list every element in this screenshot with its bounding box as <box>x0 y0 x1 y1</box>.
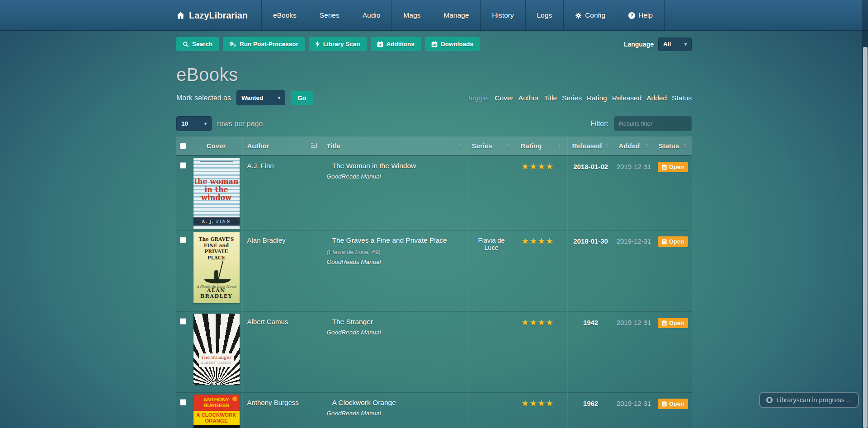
open-book-button[interactable]: Open <box>658 162 688 172</box>
scrollbar-thumb[interactable] <box>863 47 868 428</box>
book-cover[interactable]: ANTHONY BURGESS A CLOCKWORK ORANGE <box>193 395 240 428</box>
toggle-added[interactable]: Added <box>646 94 667 102</box>
gear-icon <box>575 12 582 19</box>
search-button[interactable]: Search <box>176 37 219 51</box>
scrollbar-track[interactable] <box>862 0 868 428</box>
book-cover[interactable]: The Stranger ALBERT CAMUS <box>193 314 240 385</box>
cover-decoration <box>200 161 233 162</box>
rows-per-page-select[interactable]: 10 ▾ <box>176 116 212 131</box>
sort-amount-icon <box>311 143 317 149</box>
star-filled-icon: ★ <box>546 162 554 171</box>
book-cover[interactable]: the woman in the window A. J. FINN <box>193 158 240 229</box>
star-filled-icon: ★ <box>521 318 529 327</box>
toggle-author[interactable]: Author <box>519 94 539 102</box>
col-header-title[interactable]: Title⇅ <box>322 136 467 155</box>
book-source: GoodReads Manual <box>327 329 462 336</box>
run-post-processor-button[interactable]: Run Post-Processor <box>223 37 305 51</box>
released-date: 1962 <box>567 393 614 428</box>
col-header-released[interactable]: Released⇅ <box>568 136 614 155</box>
star-empty-icon: ☆ <box>554 236 562 246</box>
added-date: 2019-12-31 <box>614 393 654 428</box>
nav-item-manage[interactable]: Manage <box>432 0 480 31</box>
table-header-row: Cover Author Title⇅ Series⇅ Rating⇅ Rele… <box>176 136 692 155</box>
col-header-status[interactable]: Status⇅ <box>654 136 692 155</box>
book-source: GoodReads Manual <box>327 410 462 417</box>
brand-home-link[interactable]: LazyLibrarian <box>176 0 248 31</box>
star-empty-icon: ☆ <box>554 399 562 408</box>
series-cell <box>467 393 516 428</box>
star-filled-icon: ★ <box>538 162 546 171</box>
book-title-link[interactable]: The Stranger <box>327 318 462 326</box>
col-header-cover[interactable]: Cover <box>190 136 242 155</box>
select-all-checkbox[interactable] <box>180 143 186 149</box>
nav-item-audio[interactable]: Audio <box>351 0 392 31</box>
row-checkbox[interactable] <box>180 162 186 169</box>
book-title-link[interactable]: A Clockwork Orange <box>327 399 462 407</box>
author-link[interactable]: A.J. Finn <box>247 162 274 169</box>
book-icon <box>662 401 667 407</box>
star-empty-icon: ☆ <box>554 162 562 171</box>
open-book-button[interactable]: Open <box>658 318 688 328</box>
row-checkbox[interactable] <box>180 237 186 243</box>
col-header-rating[interactable]: Rating⇅ <box>516 136 567 155</box>
open-book-button[interactable]: Open <box>658 399 688 409</box>
rating-stars: ★★★★☆ <box>521 319 562 327</box>
toggle-rating[interactable]: Rating <box>587 94 607 102</box>
results-filter-input[interactable] <box>614 116 692 131</box>
series-cell: Flavia de Luce <box>467 230 516 312</box>
calendar-grid-icon <box>431 41 438 47</box>
book-title-link[interactable]: The Graves a Fine and Private Place <box>327 236 462 245</box>
col-header-added[interactable]: Added⇅ <box>614 136 654 155</box>
sort-icon: ⇅ <box>682 142 687 149</box>
rating-stars: ★★★★☆ <box>521 238 562 245</box>
cover-illustration <box>193 425 240 428</box>
author-link[interactable]: Anthony Burgess <box>247 399 299 406</box>
released-date: 2018-01-02 <box>567 155 614 230</box>
book-source: GoodReads Manual <box>327 173 462 180</box>
col-header-author[interactable]: Author <box>243 136 322 155</box>
nav-item-series[interactable]: Series <box>308 0 351 31</box>
row-checkbox[interactable] <box>180 399 186 405</box>
downloads-button[interactable]: Downloads <box>425 37 480 51</box>
additions-button[interactable]: Additions <box>371 37 421 51</box>
nav-item-history[interactable]: History <box>481 0 525 31</box>
open-book-button[interactable]: Open <box>658 236 688 247</box>
table-row: The Stranger ALBERT CAMUS Albert Camus T… <box>176 312 692 393</box>
toggle-status[interactable]: Status <box>672 94 692 102</box>
sort-icon: ⇅ <box>604 142 609 149</box>
nav-item-help[interactable]: ? Help <box>617 0 664 31</box>
sort-icon: ⇅ <box>644 142 649 149</box>
toggle-cover[interactable]: Cover <box>495 94 513 102</box>
toggle-title[interactable]: Title <box>544 94 557 102</box>
help-icon: ? <box>628 12 635 19</box>
go-button[interactable]: Go <box>291 91 313 105</box>
sort-icon: ⇅ <box>558 142 563 149</box>
column-toggle-bar: Toggle: Cover Author Title Series Rating… <box>467 94 692 102</box>
rating-stars: ★★★★☆ <box>521 163 562 171</box>
author-link[interactable]: Albert Camus <box>247 318 288 325</box>
col-header-series[interactable]: Series⇅ <box>467 136 516 155</box>
author-link[interactable]: Alan Bradley <box>247 236 286 244</box>
table-row: ANTHONY BURGESS A CLOCKWORK ORANGE Antho… <box>176 393 692 428</box>
cover-illustration <box>193 260 240 287</box>
star-filled-icon: ★ <box>546 399 554 408</box>
nav-item-logs[interactable]: Logs <box>526 0 564 31</box>
star-filled-icon: ★ <box>529 318 538 327</box>
library-scan-toast: Libraryscan in progress ... <box>759 392 859 408</box>
library-scan-button[interactable]: Library Scan <box>309 37 367 51</box>
mark-selected-label: Mark selected as <box>176 94 231 102</box>
language-label: Language <box>624 41 654 48</box>
nav-item-config[interactable]: Config <box>564 0 617 31</box>
bolt-icon <box>315 41 320 47</box>
toggle-released[interactable]: Released <box>612 94 642 102</box>
book-cover[interactable]: The GRAVE'S FINE and PRIVATE PLACE A Fla… <box>193 232 240 303</box>
mark-status-select[interactable]: Wanted ▾ <box>236 90 285 105</box>
chevron-down-icon: ▾ <box>684 42 687 47</box>
nav-item-ebooks[interactable]: eBooks <box>262 0 308 31</box>
toggle-series[interactable]: Series <box>562 94 582 102</box>
filter-label: Filter: <box>590 120 609 128</box>
language-select[interactable]: All ▾ <box>658 38 692 51</box>
book-title-link[interactable]: The Woman in the Window <box>327 162 462 170</box>
nav-item-mags[interactable]: Mags <box>392 0 432 31</box>
row-checkbox[interactable] <box>180 318 186 325</box>
